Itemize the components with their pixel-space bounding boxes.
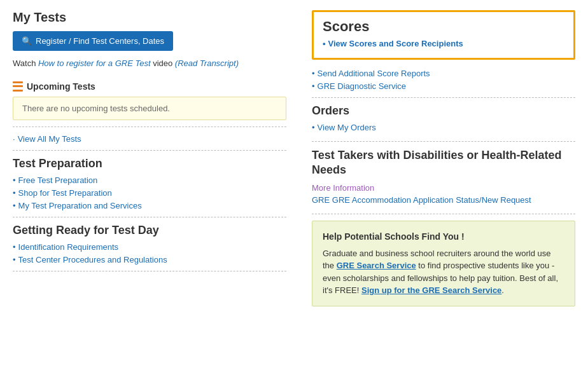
list-icon	[13, 81, 23, 92]
view-scores-link[interactable]: View Scores and Score Recipients	[323, 39, 564, 48]
orders-title: Orders	[312, 104, 575, 118]
gre-search-box: Help Potential Schools Find You ! Gradua…	[312, 221, 575, 306]
send-score-reports-link[interactable]: Send Additional Score Reports	[312, 69, 575, 78]
scores-title: Scores	[323, 18, 564, 35]
identification-req-link[interactable]: Identification Requirements	[13, 242, 286, 252]
getting-ready-section: Getting Ready for Test Day Identificatio…	[13, 224, 286, 271]
shop-test-prep-link[interactable]: Shop for Test Preparation	[13, 188, 286, 198]
register-button[interactable]: 🔍 Register / Find Test Centers, Dates	[13, 31, 173, 51]
my-test-prep-link[interactable]: My Test Preparation and Services	[13, 201, 286, 210]
right-column: Scores View Scores and Score Recipients …	[305, 10, 575, 306]
gre-diagnostic-link[interactable]: GRE Diagnostic Service	[312, 81, 575, 91]
upcoming-tests-header: Upcoming Tests	[13, 81, 286, 92]
left-column: My Tests 🔍 Register / Find Test Centers,…	[13, 10, 305, 306]
extra-scores-links: Send Additional Score Reports GRE Diagno…	[312, 69, 575, 91]
test-preparation-section: Test Preparation Free Test Preparation S…	[13, 157, 286, 217]
getting-ready-links: Identification Requirements Test Center …	[13, 242, 286, 264]
no-tests-box: There are no upcoming tests scheduled.	[13, 97, 286, 120]
disability-section: Test Takers with Disabilities or Health-…	[312, 148, 575, 205]
divider-r1	[312, 97, 575, 98]
getting-ready-title: Getting Ready for Test Day	[13, 224, 286, 237]
free-test-prep-link[interactable]: Free Test Preparation	[13, 175, 286, 185]
test-prep-title: Test Preparation	[13, 157, 286, 170]
divider-1	[13, 127, 286, 127]
upcoming-tests-label: Upcoming Tests	[27, 81, 95, 92]
orders-section: Orders View My Orders	[312, 104, 575, 132]
divider-4	[13, 271, 286, 271]
view-my-orders-link[interactable]: View My Orders	[312, 123, 575, 132]
my-tests-title: My Tests	[13, 10, 286, 25]
disability-title: Test Takers with Disabilities or Health-…	[312, 148, 575, 178]
my-tests-section: My Tests 🔍 Register / Find Test Centers,…	[13, 10, 286, 151]
gre-search-service-link[interactable]: GRE Search Service	[337, 261, 416, 270]
how-to-register-link[interactable]: How to register for a GRE Test	[38, 58, 151, 68]
watch-text: Watch How to register for a GRE Test vid…	[13, 57, 286, 70]
search-icon: 🔍	[22, 36, 32, 46]
accommodation-link[interactable]: GRE GRE Accommodation Application Status…	[312, 195, 575, 205]
read-transcript-link[interactable]: (Read Transcript)	[175, 58, 239, 68]
test-center-procedures-link[interactable]: Test Center Procedures and Regulations	[13, 255, 286, 264]
test-prep-links: Free Test Preparation Shop for Test Prep…	[13, 175, 286, 210]
view-all-tests-link[interactable]: View All My Tests	[13, 134, 81, 144]
divider-2	[13, 150, 286, 151]
gre-search-box-title: Help Potential Schools Find You !	[323, 230, 564, 244]
sign-up-gre-search-link[interactable]: Sign up for the GRE Search Service	[361, 285, 501, 295]
divider-3	[13, 217, 286, 217]
divider-r3	[312, 214, 575, 214]
more-information-link[interactable]: More Information	[312, 183, 575, 193]
divider-r2	[312, 141, 575, 142]
scores-section: Scores View Scores and Score Recipients	[312, 10, 575, 60]
